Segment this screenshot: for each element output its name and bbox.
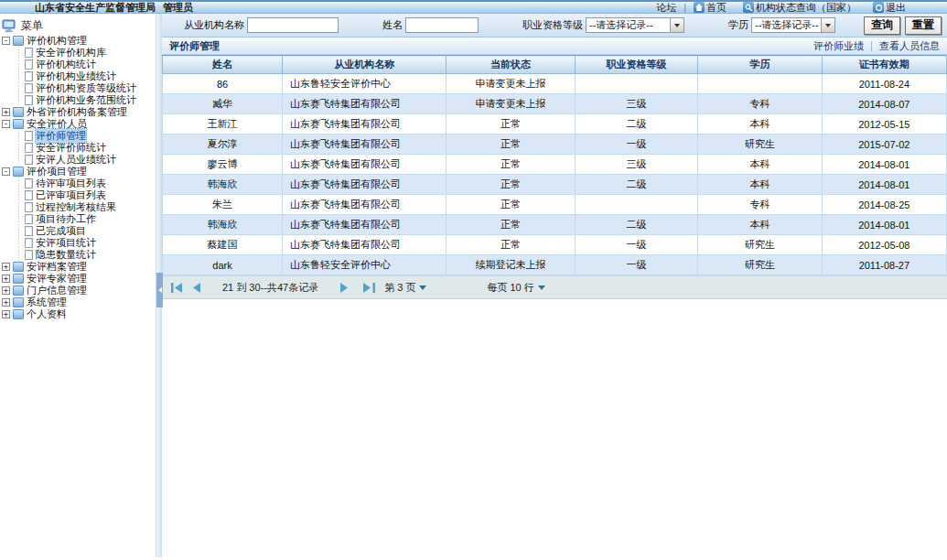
table-cell: 正常 — [447, 235, 576, 255]
table-cell: 臧华 — [163, 94, 283, 114]
column-header[interactable]: 姓名 — [163, 56, 283, 74]
tree-expander-icon[interactable]: + — [2, 263, 10, 271]
table-cell: 山东赛飞特集团有限公司 — [283, 195, 447, 215]
column-header[interactable]: 职业资格等级 — [575, 56, 698, 74]
combo-arrow-icon[interactable] — [821, 18, 834, 32]
last-page-button[interactable] — [363, 283, 375, 293]
table-row[interactable]: dark山东鲁轻安全评价中心续期登记未上报一级研究生2011-08-27 — [163, 255, 947, 275]
tree-expander-icon[interactable]: + — [2, 286, 10, 295]
table-row[interactable]: 蔡建国山东赛飞特集团有限公司正常一级研究生2012-05-08 — [163, 235, 947, 255]
page-icon — [25, 143, 33, 153]
table-cell: 山东赛飞特集团有限公司 — [283, 135, 447, 155]
page-icon — [25, 238, 33, 248]
tree-children-group: 评价师管理安全评价师统计安评人员业绩统计 — [15, 130, 156, 166]
table-body: 86山东鲁轻安全评价中心申请变更未上报2011-08-24臧华山东赛飞特集团有限… — [163, 74, 947, 275]
table-cell: 二级 — [575, 215, 698, 235]
reset-button[interactable]: 重置 — [905, 16, 942, 35]
query-button[interactable]: 查询 — [864, 16, 900, 35]
logout-link[interactable]: 退出 — [873, 1, 906, 15]
table-row[interactable]: 臧华山东赛飞特集团有限公司申请变更未上报三级专科2014-08-07 — [163, 94, 947, 114]
table-cell: 2014-08-01 — [822, 175, 946, 195]
tree-expander-icon[interactable]: - — [2, 120, 10, 128]
previous-page-button[interactable] — [192, 283, 200, 293]
home-link[interactable]: 首页 — [694, 1, 726, 15]
table-cell: dark — [163, 255, 283, 275]
table-cell: 本科 — [698, 175, 822, 195]
person-name-input[interactable] — [405, 17, 479, 33]
table-cell: 2014-08-01 — [822, 155, 946, 175]
table-row[interactable]: 廖云博山东赛飞特集团有限公司正常三级本科2014-08-01 — [163, 155, 947, 175]
view-personnel-info-link[interactable]: 查看人员信息 — [879, 39, 940, 53]
table-cell: 2011-08-27 — [822, 255, 946, 275]
table-cell: 正常 — [447, 195, 576, 215]
column-header[interactable]: 证书有效期 — [822, 56, 946, 74]
page-icon — [25, 48, 33, 58]
column-header[interactable]: 从业机构名称 — [283, 56, 447, 74]
table-cell: 本科 — [698, 215, 822, 235]
table-row[interactable]: 王新江山东赛飞特集团有限公司正常二级本科2012-05-15 — [163, 114, 947, 135]
column-header[interactable]: 学历 — [698, 56, 822, 74]
tree-children-group: 安全评价机构库评价机构统计评价机构业绩统计评价机构资质等级统计评价机构业务范围统… — [15, 47, 156, 106]
tree-expander-icon[interactable]: + — [2, 108, 10, 116]
page-icon — [25, 214, 33, 224]
folder-icon — [13, 262, 24, 272]
table-cell: 三级 — [575, 94, 698, 114]
org-name-input[interactable] — [247, 17, 339, 33]
table-row[interactable]: 86山东鲁轻安全评价中心申请变更未上报2011-08-24 — [163, 74, 947, 94]
table-cell: 专科 — [698, 94, 822, 114]
page-icon — [25, 250, 33, 260]
table-cell: 本科 — [698, 114, 822, 135]
page-number-select[interactable]: 第 3 页 — [384, 281, 426, 295]
sidebar-item-label[interactable]: 个人资料 — [27, 307, 67, 321]
forum-link[interactable]: 论坛 — [656, 1, 676, 15]
folder-icon — [13, 36, 24, 46]
table-row[interactable]: 韩海欣山东赛飞特集团有限公司正常二级本科2014-08-01 — [163, 215, 947, 235]
org-title: 山东省安全生产监督管理局 — [0, 1, 156, 15]
table-cell: 蔡建国 — [163, 235, 283, 255]
page-icon — [25, 202, 33, 212]
page-title: 评价师管理 — [169, 39, 220, 53]
table-cell: 山东赛飞特集团有限公司 — [283, 94, 447, 114]
table-cell: 研究生 — [698, 135, 822, 155]
table-cell: 2014-08-07 — [822, 94, 946, 114]
tree-expander-icon[interactable]: + — [2, 275, 10, 283]
sidebar-splitter[interactable] — [156, 14, 162, 557]
page-size-select[interactable]: 每页 10 行 — [487, 281, 544, 295]
tree-expander-icon[interactable]: - — [2, 167, 10, 176]
sidebar-item[interactable]: +门户信息管理 — [2, 285, 156, 296]
table-cell: 申请变更未上报 — [447, 94, 576, 114]
folder-icon — [13, 167, 24, 177]
evaluator-table: 姓名从业机构名称当前状态职业资格等级学历证书有效期 86山东鲁轻安全评价中心申请… — [162, 55, 947, 275]
column-header[interactable]: 当前状态 — [447, 56, 576, 74]
table-row[interactable]: 夏尔淳山东赛飞特集团有限公司正常一级研究生2015-07-02 — [163, 135, 947, 155]
table-row[interactable]: 韩海欣山东赛飞特集团有限公司正常二级本科2014-08-01 — [163, 175, 947, 195]
table-cell: 正常 — [447, 155, 576, 175]
page-select-arrow-icon — [419, 285, 426, 290]
next-page-button[interactable] — [340, 283, 349, 293]
table-cell: 二级 — [575, 175, 698, 195]
table-cell: 2012-05-15 — [822, 114, 946, 135]
table-cell: 2014-08-01 — [822, 215, 946, 235]
evaluator-performance-link[interactable]: 评价师业绩 — [813, 39, 864, 53]
first-page-button[interactable] — [171, 283, 183, 293]
search-icon — [743, 2, 754, 13]
table-cell: 一级 — [575, 235, 698, 255]
table-cell: 山东赛飞特集团有限公司 — [283, 155, 447, 175]
combo-arrow-icon[interactable] — [670, 18, 683, 32]
tree-expander-icon[interactable]: - — [2, 37, 10, 45]
tree-expander-icon[interactable]: + — [2, 298, 10, 307]
org-status-query-link[interactable]: 机构状态查询（国家） — [743, 1, 856, 15]
education-select[interactable]: --请选择记录-- — [751, 17, 835, 33]
table-cell: 夏尔淳 — [163, 135, 283, 155]
tree-expander-icon[interactable]: + — [2, 310, 10, 318]
sidebar-item[interactable]: +个人资料 — [2, 308, 156, 320]
sidebar-collapse-handle[interactable] — [156, 273, 163, 307]
table-cell: 2014-08-25 — [822, 195, 946, 215]
table-cell: 三级 — [575, 155, 698, 175]
pagination-bar: 21 到 30--共47条记录 第 3 页 每页 10 行 — [162, 275, 947, 299]
tree-children-group: 待评审项目列表已评审项目列表过程控制考核结果项目待办工作已完成项目安评项目统计隐… — [15, 178, 156, 261]
table-row[interactable]: 朱兰山东赛飞特集团有限公司正常专科2014-08-25 — [163, 195, 947, 215]
sidebar-item[interactable]: +系统管理 — [2, 296, 156, 308]
qualification-level-select[interactable]: --请选择记录-- — [586, 17, 684, 33]
sidebar: 菜单 -评价机构管理安全评价机构库评价机构统计评价机构业绩统计评价机构资质等级统… — [0, 14, 156, 557]
